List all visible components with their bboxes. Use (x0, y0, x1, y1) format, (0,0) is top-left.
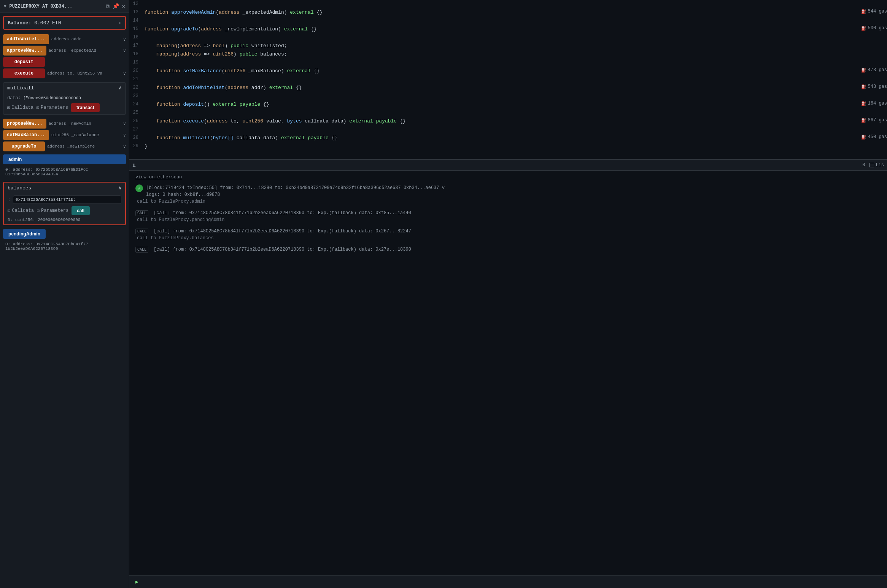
line-content-28: function multicall(bytes[] calldata data… (145, 134, 855, 141)
balance-value: 0.002 ETH (34, 20, 61, 26)
fn-row-execute: execute address to, uint256 va ∨ (3, 68, 126, 78)
close-icon[interactable]: ✕ (122, 3, 125, 10)
prompt-arrow: ▶ (135, 579, 138, 585)
parameters-label: Parameters (41, 105, 68, 110)
calldata-icon: ⊡ (7, 105, 10, 111)
line-num-29: 29 (129, 143, 145, 149)
multicall-calldata-link[interactable]: ⊡ Calldata (7, 105, 33, 111)
line-num-22: 22 (129, 84, 145, 90)
setMaxBalan-chevron[interactable]: ∨ (123, 132, 126, 138)
code-line-26: 26 function execute(address to, uint256 … (129, 117, 887, 126)
admin-result-label: 0: (5, 167, 13, 172)
gas-badge-13: ⛽ 544 gas (861, 9, 887, 14)
multicall-collapse[interactable]: ∧ (119, 85, 122, 91)
gas-badge-22: ⛽ 543 gas (861, 84, 887, 89)
execute-chevron[interactable]: ∨ (123, 71, 126, 76)
pin-icon[interactable]: 📌 (113, 3, 119, 10)
line-content-23 (145, 92, 887, 93)
transact-button[interactable]: transact (71, 103, 100, 112)
balances-parameters-label: Parameters (41, 208, 68, 213)
line-num-24: 24 (129, 101, 145, 107)
line-num-18: 18 (129, 51, 145, 57)
line-content-12 (145, 0, 887, 1)
line-num-19: 19 (129, 59, 145, 65)
copy-icon[interactable]: ⧉ (106, 3, 110, 10)
pending-admin-section: pendingAdmin 0: address: 0x7148C25A8C78b… (3, 229, 126, 253)
line-num-28: 28 (129, 134, 145, 140)
upgradeTo-chevron[interactable]: ∨ (123, 144, 126, 149)
line-content-15: function upgradeTo(address _newImplement… (145, 25, 855, 32)
upgradeTo-button[interactable]: upgradeTo (3, 141, 45, 151)
log-entry-3: call [call] from: 0x7148C25A8C78b841f771… (135, 228, 881, 241)
functions-list: addToWhitel... address addr ∨ approveNew… (0, 33, 129, 80)
fn-row-proposeNew: proposeNew... address _newAdmin ∨ (3, 119, 126, 129)
line-num-17: 17 (129, 42, 145, 48)
log-subtitle-1: call to PuzzleProxy.admin (135, 199, 881, 204)
code-line-23: 23 (129, 92, 887, 100)
balances-collapse[interactable]: ∧ (118, 185, 121, 191)
line-content-24: function deposit() external payable {} (145, 101, 855, 107)
balances-label: balances (8, 185, 31, 191)
addToWhitel-chevron[interactable]: ∨ (123, 37, 126, 42)
execute-button[interactable]: execute (3, 68, 45, 78)
approveNew-chevron[interactable]: ∨ (123, 48, 126, 54)
code-line-24: 24 function deposit() external payable {… (129, 100, 887, 109)
line-content-21 (145, 76, 887, 76)
line-content-13: function approveNewAdmin(address _expect… (145, 9, 855, 15)
log-entry-text-4: [call] from: 0x7148C25A8C78b841f771b2b2e… (154, 246, 881, 253)
multicall-data-label: data: (7, 95, 21, 101)
multicall-data-row: data: ["0xac9650d800000000000 (7, 95, 122, 101)
log-entry-text-1: [block:7719424 txIndex:50] from: 0x714..… (146, 184, 881, 198)
collapse-arrow[interactable]: ▼ (4, 4, 6, 9)
approveNew-param: address _expectedAd (49, 48, 121, 53)
list-label: Lis (876, 162, 884, 168)
gas-badge-26: ⛽ 867 gas (861, 118, 887, 123)
log-call-row-3: call [call] from: 0x7148C25A8C78b841f771… (135, 228, 881, 235)
contract-title: PUZZLEPROXY AT 0XB34... (10, 4, 103, 9)
code-line-18: 18 mapping(address => uint256) public ba… (129, 50, 887, 59)
upgradeTo-param: address _newImpleme (47, 144, 121, 149)
addToWhitel-button[interactable]: addToWhitel... (3, 34, 49, 44)
balances-actions: ⊡ Calldata ⊡ Parameters call (8, 206, 121, 215)
pending-admin-button[interactable]: pendingAdmin (3, 229, 46, 239)
deposit-button[interactable]: deposit (3, 57, 45, 67)
line-content-18: mapping(address => uint256) public balan… (145, 51, 887, 57)
multicall-parameters-link[interactable]: ⊡ Parameters (37, 105, 68, 111)
admin-button[interactable]: admin (3, 154, 126, 164)
prompt-area: ▶ (129, 575, 887, 588)
proposeNew-button[interactable]: proposeNew... (3, 119, 46, 129)
log-entry-header-1: ✓ [block:7719424 txIndex:50] from: 0x714… (135, 184, 881, 198)
proposeNew-chevron[interactable]: ∨ (123, 121, 126, 127)
line-num-12: 12 (129, 0, 145, 6)
list-checkbox[interactable] (870, 163, 874, 167)
line-num-23: 23 (129, 92, 145, 99)
balances-address-input[interactable] (13, 195, 121, 204)
line-content-22: function addToWhitelist(address addr) ex… (145, 84, 855, 91)
functions-list-2: proposeNew... address _newAdmin ∨ setMax… (0, 117, 129, 153)
balances-calldata-link[interactable]: ⊡ Calldata (8, 208, 34, 214)
list-toggle[interactable]: Lis (870, 162, 884, 168)
setMaxBalan-button[interactable]: setMaxBalan... (3, 130, 49, 140)
sparkle-icon[interactable]: ✦ (118, 20, 121, 26)
code-line-28: 28 function multicall(bytes[] calldata d… (129, 134, 887, 142)
scroll-icon[interactable]: ⇊ (132, 161, 136, 169)
proposeNew-param: address _newAdmin (49, 121, 121, 126)
admin-result: 0: address: 0x725595BA16E76ED1F6cC1e1b65… (3, 166, 126, 178)
right-panel: 12 13 function approveNewAdmin(address _… (129, 0, 887, 588)
line-num-15: 15 (129, 25, 145, 32)
pending-result-label: 0: (5, 242, 13, 246)
balances-parameters-link[interactable]: ⊡ Parameters (37, 208, 68, 214)
parameters-icon: ⊡ (37, 105, 39, 111)
line-content-17: mapping(address => bool) public whitelis… (145, 42, 887, 49)
fn-row-upgradeTo: upgradeTo address _newImpleme ∨ (3, 141, 126, 151)
code-line-17: 17 mapping(address => bool) public white… (129, 42, 887, 50)
etherscan-link[interactable]: view on etherscan (135, 175, 182, 180)
multicall-data-value: ["0xac9650d800000000000 (23, 96, 122, 100)
code-line-12: 12 (129, 0, 887, 8)
code-line-13: 13 function approveNewAdmin(address _exp… (129, 8, 887, 17)
code-line-14: 14 (129, 17, 887, 25)
balances-call-button[interactable]: call (72, 206, 90, 215)
line-content-29: } (145, 143, 887, 149)
multicall-actions: ⊡ Calldata ⊡ Parameters transact (7, 103, 122, 112)
approveNew-button[interactable]: approveNew... (3, 46, 46, 56)
